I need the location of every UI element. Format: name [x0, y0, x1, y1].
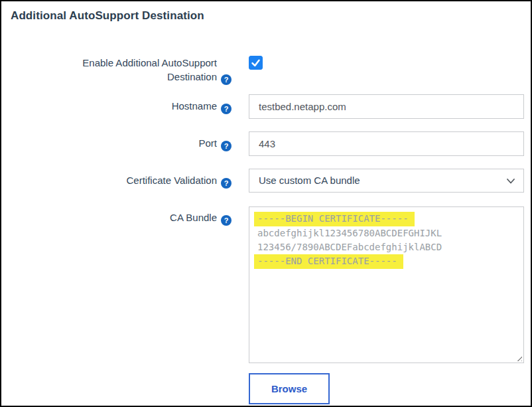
autosupport-form: Enable Additional AutoSupport Destinatio… [11, 56, 521, 404]
ca-bundle-line-text: -----BEGIN CERTIFICATE----- [254, 212, 415, 226]
browse-button[interactable]: Browse [249, 373, 330, 404]
hostname-control-cell [249, 94, 524, 119]
port-row: Port? [11, 131, 521, 156]
ca-bundle-help-icon[interactable]: ? [221, 215, 232, 226]
ca-bundle-label: CA Bundle [170, 212, 217, 223]
ca-bundle-line-text: 123456/7890ABCDEFabcdefghijklABCD [257, 240, 442, 254]
port-label: Port [198, 137, 217, 149]
ca-bundle-line: abcdefghijkl123456780ABCDEFGHIJKL [257, 226, 515, 240]
hostname-row: Hostname? [11, 94, 521, 119]
page-title: Additional AutoSupport Destination [11, 9, 521, 23]
enable-label-cell: Enable Additional AutoSupport Destinatio… [11, 56, 249, 85]
browse-row: Browse [11, 373, 521, 404]
resize-grip-icon[interactable] [515, 354, 522, 361]
hostname-label: Hostname [172, 100, 217, 112]
port-label-cell: Port? [11, 136, 249, 151]
ca-bundle-control-cell: -----BEGIN CERTIFICATE----- abcdefghijkl… [249, 206, 524, 363]
chevron-down-icon [507, 179, 515, 184]
certificate-validation-row: Certificate Validation? Use custom CA bu… [11, 169, 521, 193]
enable-row: Enable Additional AutoSupport Destinatio… [11, 56, 521, 85]
enable-control-cell [249, 56, 524, 70]
checkmark-icon [251, 58, 261, 68]
ca-bundle-label-cell: CA Bundle? [11, 206, 249, 226]
certificate-validation-selected-option: Use custom CA bundle [259, 175, 360, 186]
ca-bundle-line: -----BEGIN CERTIFICATE----- [257, 212, 515, 226]
port-input[interactable] [249, 131, 524, 156]
ca-bundle-line: 123456/7890ABCDEFabcdefghijklABCD [257, 240, 515, 254]
certificate-validation-select[interactable]: Use custom CA bundle [249, 169, 524, 193]
ca-bundle-row: CA Bundle? -----BEGIN CERTIFICATE----- a… [11, 206, 521, 363]
hostname-label-cell: Hostname? [11, 99, 249, 114]
certificate-validation-help-icon[interactable]: ? [221, 178, 232, 189]
hostname-help-icon[interactable]: ? [221, 104, 232, 114]
certificate-validation-label: Certificate Validation [127, 175, 217, 186]
ca-bundle-textarea[interactable]: -----BEGIN CERTIFICATE----- abcdefghijkl… [249, 206, 524, 363]
additional-autosupport-panel: Additional AutoSupport Destination Enabl… [0, 0, 532, 407]
certificate-validation-control-cell: Use custom CA bundle [249, 169, 524, 193]
hostname-input[interactable] [249, 94, 524, 119]
certificate-validation-label-cell: Certificate Validation? [11, 173, 249, 189]
ca-bundle-line-text: abcdefghijkl123456780ABCDEFGHIJKL [257, 226, 442, 240]
enable-help-icon[interactable]: ? [221, 74, 232, 85]
port-control-cell [249, 131, 524, 156]
port-help-icon[interactable]: ? [221, 141, 232, 151]
ca-bundle-line-text: -----END CERTIFICATE----- [254, 254, 403, 269]
ca-bundle-line: -----END CERTIFICATE----- [257, 254, 515, 269]
enable-checkbox[interactable] [249, 56, 263, 70]
enable-label: Enable Additional AutoSupport Destinatio… [51, 56, 217, 84]
